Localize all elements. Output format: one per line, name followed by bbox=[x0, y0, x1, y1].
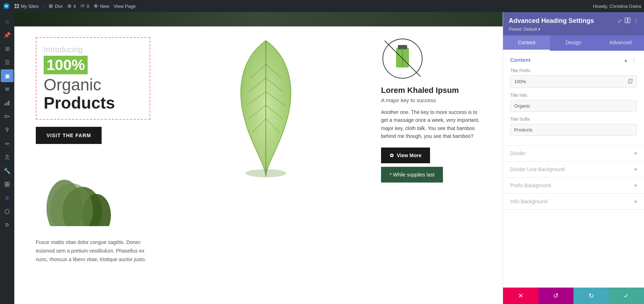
sidebar-icon-pin[interactable]: 📌 bbox=[1, 29, 14, 41]
svg-rect-15 bbox=[6, 102, 8, 105]
panel-body: Content ▲ ⋮ Title Prefix 100% bbox=[503, 51, 644, 288]
sidebar-icon-edit[interactable]: ✏ bbox=[1, 137, 14, 150]
svg-rect-24 bbox=[8, 185, 9, 186]
svg-marker-11 bbox=[82, 7, 83, 8]
title-suffix-label: Title Suffix bbox=[510, 117, 637, 122]
preview-body-text: Fusce mattis vitae dolor congue sagittis… bbox=[36, 238, 150, 264]
view-more-button[interactable]: ✿ View More bbox=[381, 148, 430, 163]
tab-advanced[interactable]: Advanced bbox=[597, 35, 644, 51]
sidebar-icon-marketing[interactable] bbox=[1, 110, 14, 123]
product-icon bbox=[381, 37, 424, 80]
sidebar-icon-circle[interactable] bbox=[1, 205, 14, 218]
svg-rect-21 bbox=[5, 182, 7, 184]
new-link[interactable]: + New bbox=[93, 4, 109, 9]
infix-bg-label: Infix Background bbox=[510, 199, 547, 204]
title-infix-input[interactable]: Organic bbox=[510, 100, 637, 112]
section-header: Content ▲ ⋮ bbox=[510, 56, 637, 63]
page-content: Introducing 100% Organic Products VISIT … bbox=[14, 12, 503, 304]
title-infix-label: Title Infix bbox=[510, 93, 637, 98]
title-suffix-field: Title Suffix Products bbox=[510, 117, 637, 136]
sidebar-icon-divi[interactable]: D bbox=[1, 191, 14, 204]
preset-label[interactable]: Preset: Default ▾ bbox=[509, 27, 638, 32]
sidebar-icon-page[interactable]: ▣ bbox=[1, 69, 14, 82]
content-section: Content ▲ ⋮ Title Prefix 100% bbox=[503, 51, 644, 145]
restore-button[interactable]: ↻ bbox=[574, 288, 609, 304]
section-controls: ▲ ⋮ bbox=[623, 56, 637, 63]
svg-point-25 bbox=[5, 209, 9, 214]
divider-section[interactable]: Divider ▾ bbox=[503, 145, 644, 161]
view-page-link[interactable]: View Page bbox=[113, 4, 136, 9]
sidebar-icon-home[interactable]: ⌂ bbox=[1, 15, 14, 28]
svg-rect-10 bbox=[80, 4, 85, 7]
divi-link[interactable]: D Divi bbox=[48, 4, 63, 9]
svg-rect-14 bbox=[5, 104, 6, 105]
save-button[interactable]: ✓ bbox=[609, 288, 644, 304]
panel-tabs: Content Design Advanced bbox=[503, 35, 644, 51]
sidebar-icon-layers[interactable]: ☰ bbox=[1, 56, 14, 69]
svg-rect-48 bbox=[628, 18, 630, 23]
heading-suffix: Products bbox=[44, 94, 142, 112]
comments-link[interactable]: 0 bbox=[80, 4, 89, 9]
panel-title: Advanced Heading Settings bbox=[509, 17, 594, 25]
sidebar-icon-grid[interactable] bbox=[1, 178, 14, 191]
resize-icon[interactable]: ⤢ bbox=[618, 18, 622, 24]
preview-text-section: Fusce mattis vitae dolor congue sagittis… bbox=[14, 238, 503, 271]
my-sites-link[interactable]: My Sites bbox=[14, 4, 39, 9]
svg-point-41 bbox=[245, 169, 286, 178]
svg-rect-22 bbox=[8, 182, 9, 184]
svg-rect-23 bbox=[5, 185, 7, 186]
title-infix-field: Title Infix Organic bbox=[510, 93, 637, 112]
section-more-icon[interactable]: ⋮ bbox=[631, 56, 637, 63]
heading-box: Introducing 100% Organic Products bbox=[36, 37, 150, 120]
svg-marker-17 bbox=[5, 115, 9, 118]
updates-link[interactable]: ↻ 4 bbox=[67, 4, 76, 9]
howdy-text: Howdy, Christina Gwira bbox=[593, 4, 641, 9]
columns-icon[interactable] bbox=[625, 18, 630, 24]
prefix-bg-chevron-icon: ▾ bbox=[634, 183, 637, 188]
supplies-button[interactable]: * While supplies last bbox=[381, 167, 443, 183]
infix-bg-section[interactable]: Infix Background ▾ bbox=[503, 194, 644, 210]
svg-point-18 bbox=[6, 128, 8, 130]
divider-line-bg-section[interactable]: Divider Line Background ▾ bbox=[503, 161, 644, 178]
svg-text:+: + bbox=[95, 4, 97, 9]
title-suffix-input[interactable]: Products bbox=[510, 124, 637, 136]
prefix-bg-section[interactable]: Prefix Background ▾ bbox=[503, 178, 644, 194]
svg-rect-3 bbox=[17, 4, 19, 6]
prefix-bg-label: Prefix Background bbox=[510, 183, 551, 188]
preview-right: Lorem Khaled Ipsum A major key to succes… bbox=[381, 37, 481, 228]
heading-prefix: 100% bbox=[44, 56, 88, 74]
heading-intro: Introducing bbox=[44, 45, 142, 54]
divider-chevron-icon: ▾ bbox=[634, 150, 637, 156]
sidebar-icon-layout[interactable]: ⊞ bbox=[1, 42, 14, 55]
visit-farm-button[interactable]: VISIT THE FARM bbox=[36, 127, 102, 144]
sidebar-icon-d2[interactable]: D bbox=[1, 219, 14, 231]
svg-rect-2 bbox=[15, 4, 16, 6]
sidebar-icon-wrench[interactable]: 🔧 bbox=[1, 164, 14, 177]
svg-rect-47 bbox=[625, 18, 627, 23]
sidebar-icon-user[interactable] bbox=[1, 151, 14, 164]
main-layout: ⌂ 📌 ⊞ ☰ ▣ W ✏ 🔧 D D bbox=[0, 12, 644, 304]
reset-button[interactable]: ↺ bbox=[538, 288, 574, 304]
title-prefix-input[interactable]: 100% bbox=[510, 75, 637, 88]
vegetable-image bbox=[36, 155, 150, 228]
section-title: Content bbox=[510, 57, 531, 63]
cancel-button[interactable]: ✕ bbox=[503, 288, 538, 304]
preview-left: Introducing 100% Organic Products VISIT … bbox=[36, 37, 150, 228]
section-collapse-arrow[interactable]: ▲ bbox=[623, 57, 628, 63]
sidebar-icon-pin2[interactable] bbox=[1, 124, 14, 136]
tab-design[interactable]: Design bbox=[550, 35, 597, 51]
svg-point-20 bbox=[6, 155, 8, 157]
heading-infix: Organic bbox=[44, 76, 142, 94]
tab-content[interactable]: Content bbox=[503, 35, 550, 51]
sidebar-icon-chart[interactable] bbox=[1, 96, 14, 109]
wp-logo[interactable]: W bbox=[3, 3, 10, 10]
panel-header-top: Advanced Heading Settings ⤢ ⋮ bbox=[509, 17, 638, 25]
sidebar-icon-woo[interactable]: W bbox=[1, 83, 14, 96]
more-options-icon[interactable]: ⋮ bbox=[633, 18, 638, 24]
flower-icon: ✿ bbox=[390, 153, 394, 158]
infix-bg-chevron-icon: ▾ bbox=[634, 199, 637, 204]
copy-icon[interactable] bbox=[628, 79, 633, 85]
settings-panel: Advanced Heading Settings ⤢ ⋮ Preset: De… bbox=[503, 12, 644, 304]
admin-bar: W My Sites | D Divi ↻ 4 0 + New View Pag… bbox=[0, 0, 644, 12]
left-sidebar: ⌂ 📌 ⊞ ☰ ▣ W ✏ 🔧 D D bbox=[0, 12, 14, 304]
